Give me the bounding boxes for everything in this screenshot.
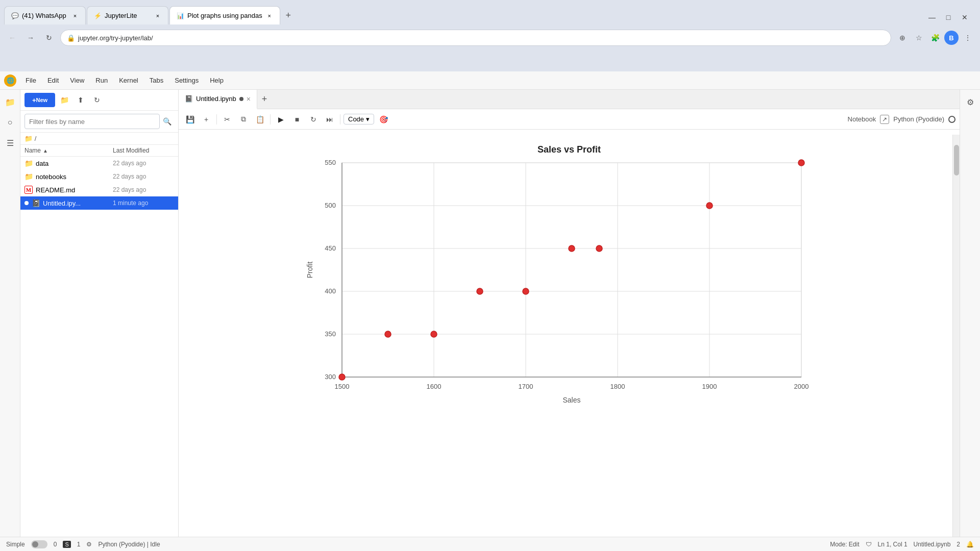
jupyter-logo: 🌐: [4, 74, 16, 87]
chart-container: Sales vs Profit: [179, 130, 960, 537]
file-name-notebooks: notebooks: [36, 173, 110, 181]
window-controls: — □ ✕: [925, 10, 976, 24]
sidebar-icon-list[interactable]: ☰: [2, 135, 18, 151]
paste-button[interactable]: 📋: [253, 112, 267, 127]
tab-pandas-close[interactable]: ×: [265, 12, 274, 20]
target-button[interactable]: 🎯: [376, 112, 390, 127]
refresh-button[interactable]: ↻: [90, 93, 104, 107]
run-button[interactable]: ▶: [274, 112, 288, 127]
address-bar[interactable]: 🔒 jupyter.org/try-jupyter/lab/: [60, 30, 891, 46]
cell-count-1: 1: [77, 541, 81, 548]
datapoint-6: [596, 245, 602, 252]
chart-title: Sales vs Profit: [537, 144, 601, 155]
browser-menu-button[interactable]: ⋮: [961, 31, 975, 45]
status-bar: Simple 0 S 1 ⚙ Python (Pyodide) | Idle M…: [0, 537, 980, 551]
menu-help[interactable]: Help: [205, 74, 229, 86]
file-item-readme[interactable]: M README.md 22 days ago: [20, 183, 178, 196]
menu-edit[interactable]: Edit: [42, 74, 64, 86]
datapoint-0: [339, 374, 345, 380]
save-button[interactable]: 💾: [183, 112, 197, 127]
pandas-favicon: 📊: [176, 12, 184, 20]
datapoint-5: [569, 245, 575, 252]
menu-kernel[interactable]: Kernel: [114, 74, 143, 86]
tab-whatsapp[interactable]: 💬 (41) WhatsApp ×: [4, 6, 86, 24]
shield-icon-status: 🛡: [866, 541, 872, 548]
cell-count-icon: S: [63, 541, 70, 548]
profile-button[interactable]: B: [944, 31, 959, 45]
tab-pandas[interactable]: 📊 Plot graphs using pandas ×: [169, 6, 280, 24]
active-dot: [24, 201, 29, 205]
browser-actions: ⊕ ☆ 🧩 B ⋮: [895, 31, 975, 45]
notebook-new-tab-button[interactable]: +: [257, 92, 272, 107]
y-label-300: 300: [325, 373, 336, 381]
file-name-data: data: [36, 160, 110, 167]
x-axis-title: Sales: [562, 396, 580, 404]
bookmark-button[interactable]: ☆: [912, 31, 926, 45]
menu-view[interactable]: View: [65, 74, 89, 86]
copy-button[interactable]: ⧉: [236, 112, 251, 127]
new-file-button[interactable]: + New: [24, 93, 55, 107]
tab-whatsapp-close[interactable]: ×: [71, 12, 79, 20]
cell-type-selector[interactable]: Code ▾: [344, 114, 374, 124]
sidebar-icon-folder[interactable]: 📁: [2, 94, 18, 110]
datapoint-1: [385, 331, 391, 337]
markdown-icon-readme: M: [24, 186, 33, 194]
tab-jupyterlite-close[interactable]: ×: [154, 12, 162, 20]
extensions-button[interactable]: 🧩: [928, 31, 942, 45]
stop-button[interactable]: ■: [290, 112, 304, 127]
menu-tabs[interactable]: Tabs: [144, 74, 168, 86]
status-right: Mode: Edit 🛡 Ln 1, Col 1 Untitled.ipynb …: [830, 541, 974, 548]
settings-icon[interactable]: ⚙: [962, 94, 978, 110]
datapoint-7: [706, 203, 713, 209]
file-modified-notebooks: 22 days ago: [113, 173, 174, 180]
toolbar-divider-3: [340, 114, 340, 124]
upload-button[interactable]: ⬆: [74, 93, 88, 107]
notebook-icon-untitled: 📓: [32, 199, 40, 207]
file-name-untitled: Untitled.ipy...: [43, 199, 110, 207]
notebook-label: Notebook: [848, 115, 876, 123]
maximize-button[interactable]: □: [941, 10, 955, 24]
add-cell-button[interactable]: +: [199, 112, 213, 127]
column-name[interactable]: Name ▲: [24, 147, 113, 154]
open-tab-icon[interactable]: ↗: [880, 115, 889, 124]
cut-button[interactable]: ✂: [220, 112, 234, 127]
restart-button[interactable]: ↻: [306, 112, 321, 127]
menu-run[interactable]: Run: [90, 74, 113, 86]
minimize-button[interactable]: —: [925, 10, 939, 24]
file-modified-data: 22 days ago: [113, 160, 174, 167]
x-label-1900: 1900: [702, 383, 717, 390]
new-folder-button[interactable]: 📁: [57, 93, 71, 107]
fast-forward-button[interactable]: ⏭: [323, 112, 337, 127]
chart-scroll-thumb[interactable]: [954, 145, 959, 176]
file-search: 🔍: [20, 111, 178, 133]
column-modified[interactable]: Last Modified: [113, 147, 174, 154]
datapoint-8: [798, 160, 804, 166]
notebook-tab-untitled[interactable]: 📓 Untitled.ipynb ×: [179, 90, 257, 109]
file-list: 📁 data 22 days ago 📁 notebooks 22 days a…: [20, 157, 178, 537]
url-display: jupyter.org/try-jupyter/lab/: [78, 34, 885, 42]
file-item-untitled[interactable]: 📓 Untitled.ipy... 1 minute ago: [20, 196, 178, 210]
chart-scrollbar[interactable]: [952, 135, 960, 537]
file-search-input[interactable]: [24, 114, 160, 129]
mode-status: Mode: Edit: [830, 541, 859, 548]
simple-toggle[interactable]: [31, 540, 47, 548]
new-tab-button[interactable]: +: [281, 8, 296, 22]
menu-file[interactable]: File: [20, 74, 41, 86]
notebook-area: 📓 Untitled.ipynb × + 💾 + ✂ ⧉ 📋 ▶ ■ ↻: [179, 90, 960, 537]
reload-button[interactable]: ↻: [42, 31, 56, 45]
sidebar-icons: 📁 ○ ☰: [0, 90, 20, 537]
menu-settings[interactable]: Settings: [169, 74, 204, 86]
file-search-button[interactable]: 🔍: [160, 114, 174, 129]
file-item-notebooks[interactable]: 📁 notebooks 22 days ago: [20, 170, 178, 183]
tab-whatsapp-title: (41) WhatsApp: [22, 12, 68, 19]
notebook-tab-close[interactable]: ×: [247, 95, 251, 103]
y-axis-title: Profit: [306, 262, 314, 279]
browser-chrome: 💬 (41) WhatsApp × ⚡ JupyterLite × 📊 Plot…: [0, 0, 980, 71]
file-item-data[interactable]: 📁 data 22 days ago: [20, 157, 178, 170]
back-button[interactable]: ←: [5, 31, 19, 45]
close-button[interactable]: ✕: [958, 10, 972, 24]
forward-button[interactable]: →: [23, 31, 38, 45]
sidebar-icon-circle[interactable]: ○: [2, 114, 18, 131]
screen-cast-button[interactable]: ⊕: [895, 31, 910, 45]
tab-jupyterlite[interactable]: ⚡ JupyterLite ×: [87, 6, 168, 24]
